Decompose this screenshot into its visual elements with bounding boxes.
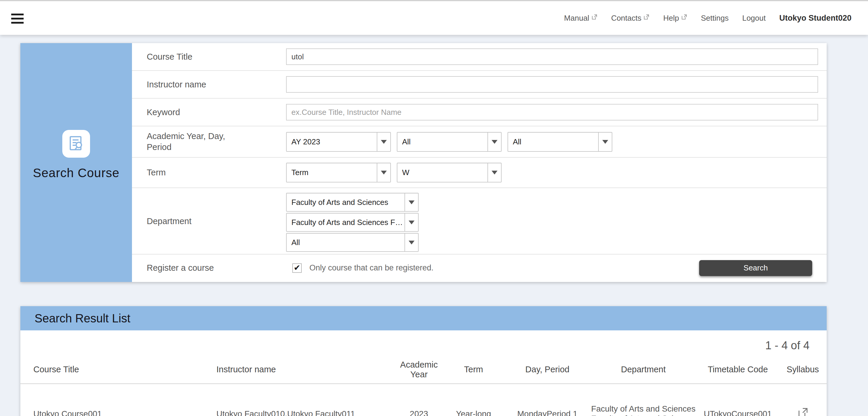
keyword-input[interactable] <box>286 104 818 121</box>
help-link[interactable]: Help <box>663 13 687 23</box>
column-day-period: Day, Period <box>504 364 590 374</box>
keyword-label: Keyword <box>132 107 286 118</box>
course-title-input[interactable] <box>286 49 818 65</box>
user-name: Utokyo Student020 <box>779 13 851 23</box>
chevron-down-icon <box>488 163 501 182</box>
chevron-down-icon <box>377 133 390 151</box>
row-department-line2: Faculty of Arts and Sciences <box>590 414 696 416</box>
help-link-label: Help <box>663 13 679 23</box>
chevron-down-icon <box>404 193 418 211</box>
department-select-2-value: Faculty of Arts and Sciences F… <box>287 214 404 231</box>
department-label: Department <box>132 216 286 227</box>
row-syllabus <box>779 407 826 416</box>
table-header-row: Course Title Instructor name Academic Ye… <box>20 356 827 384</box>
term-label: Term <box>132 167 286 178</box>
column-term: Term <box>442 364 504 374</box>
column-timetable-code: Timetable Code <box>696 364 779 374</box>
row-term: Year-long <box>442 409 504 416</box>
column-academic-year: Academic Year <box>395 360 442 379</box>
department-select-1-value: Faculty of Arts and Sciences <box>287 193 404 211</box>
term-detail-select-value: W <box>397 163 488 182</box>
search-result-title: Search Result List <box>35 312 130 325</box>
instructor-name-label: Instructor name <box>132 79 286 90</box>
column-instructor: Instructor name <box>204 364 395 374</box>
row-department-line1: Faculty of Arts and Sciences <box>590 404 696 414</box>
row-instructor: Utokyo Faculty010,Utokyo Faculty011 <box>204 409 395 416</box>
manual-link-label: Manual <box>564 13 589 23</box>
search-course-side-panel: Search Course <box>20 43 132 282</box>
academic-year-select[interactable]: AY 2023 <box>286 132 391 152</box>
term-row: Term Term W <box>132 158 827 188</box>
chevron-down-icon <box>404 214 418 231</box>
term-select-value: Term <box>287 163 377 182</box>
registered-checkbox-label: Only course that can be registered. <box>309 263 433 273</box>
hamburger-menu-icon[interactable] <box>11 13 24 24</box>
column-department: Department <box>590 364 696 374</box>
top-menu: Manual Contacts Help Settings Logout Uto… <box>564 13 868 23</box>
search-course-icon <box>62 130 90 158</box>
register-course-label: Register a course <box>132 262 286 274</box>
external-link-icon <box>643 14 650 20</box>
academic-year-day-period-label: Academic Year, Day, Period <box>132 131 286 153</box>
chevron-down-icon <box>488 133 501 151</box>
department-select-3[interactable]: All <box>286 233 418 252</box>
day-select-value: All <box>397 133 488 151</box>
external-link-icon <box>681 14 687 20</box>
search-form: Course Title Instructor name Keyword Aca… <box>132 43 827 282</box>
external-link-icon <box>591 14 597 20</box>
table-row: Utokyo Course001 Utokyo Faculty010,Utoky… <box>20 384 827 416</box>
search-button[interactable]: Search <box>699 260 812 276</box>
department-select-2[interactable]: Faculty of Arts and Sciences F… <box>286 213 418 232</box>
top-bar: Manual Contacts Help Settings Logout Uto… <box>0 0 868 35</box>
day-select[interactable]: All <box>397 132 502 152</box>
chevron-down-icon <box>404 233 418 251</box>
search-result-body: 1 - 4 of 4 Course Title Instructor name … <box>20 330 827 416</box>
department-select-3-value: All <box>287 233 404 251</box>
manual-link[interactable]: Manual <box>564 13 597 23</box>
search-course-panel: Search Course Course Title Instructor na… <box>20 43 827 282</box>
chevron-down-icon <box>598 133 612 151</box>
settings-link-label: Settings <box>701 13 728 23</box>
term-detail-select[interactable]: W <box>397 163 502 183</box>
column-course-title: Course Title <box>20 364 204 374</box>
contacts-link[interactable]: Contacts <box>611 13 650 23</box>
department-row: Department Faculty of Arts and Sciences … <box>132 188 827 255</box>
chevron-down-icon <box>377 163 390 182</box>
search-course-title: Search Course <box>33 166 119 180</box>
period-select-value: All <box>508 133 598 151</box>
row-day-period: MondayPeriod 1 <box>504 409 590 416</box>
registered-checkbox[interactable] <box>292 263 302 273</box>
settings-link[interactable]: Settings <box>701 13 728 23</box>
results-table: Course Title Instructor name Academic Ye… <box>20 356 827 416</box>
row-course-title: Utokyo Course001 <box>20 409 204 416</box>
logout-link[interactable]: Logout <box>742 13 766 23</box>
column-syllabus: Syllabus <box>779 364 826 374</box>
keyword-row: Keyword <box>132 99 827 126</box>
register-course-row: Register a course Only course that can b… <box>132 255 827 281</box>
department-selects: Faculty of Arts and Sciences Faculty of … <box>286 193 418 252</box>
syllabus-external-link-icon[interactable] <box>797 407 809 416</box>
search-result-section: Search Result List 1 - 4 of 4 Course Tit… <box>20 306 827 416</box>
period-select[interactable]: All <box>507 132 612 152</box>
academic-year-day-period-row: Academic Year, Day, Period AY 2023 All A… <box>132 126 827 158</box>
department-select-1[interactable]: Faculty of Arts and Sciences <box>286 193 418 212</box>
search-result-header: Search Result List <box>20 306 827 330</box>
row-academic-year: 2023 <box>395 409 442 416</box>
course-title-label: Course Title <box>132 52 286 62</box>
pagination-label: 1 - 4 of 4 <box>20 339 827 352</box>
instructor-name-row: Instructor name <box>132 71 827 99</box>
row-department: Faculty of Arts and Sciences Faculty of … <box>590 404 696 416</box>
course-title-row: Course Title <box>132 43 827 71</box>
term-select[interactable]: Term <box>286 163 391 183</box>
instructor-name-input[interactable] <box>286 76 818 93</box>
logout-link-label: Logout <box>742 13 766 23</box>
academic-year-select-value: AY 2023 <box>287 133 377 151</box>
contacts-link-label: Contacts <box>611 13 642 23</box>
row-timetable-code: UTokyoCourse001 <box>696 409 779 416</box>
